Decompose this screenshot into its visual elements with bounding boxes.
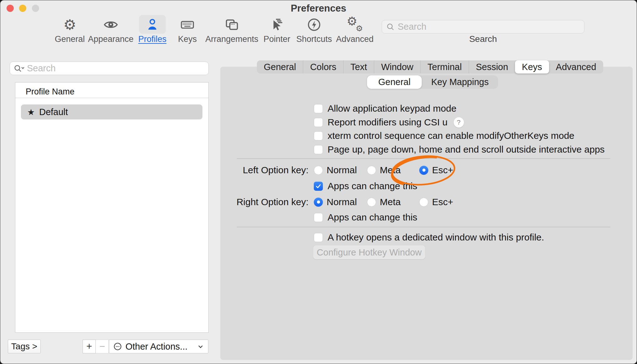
eye-icon [103, 16, 119, 33]
left-apps-change-checkbox[interactable] [314, 182, 323, 191]
tab-colors[interactable]: Colors [303, 60, 343, 73]
left-meta-radio[interactable] [367, 166, 376, 175]
tab-terminal[interactable]: Terminal [420, 60, 469, 73]
checkbox-row-keypad: Allow application keypad mode [314, 103, 456, 114]
configure-hotkey-window-button[interactable]: Configure Hotkey Window [313, 245, 425, 259]
subtab-general[interactable]: General [367, 75, 422, 89]
tags-button[interactable]: Tags > [8, 340, 41, 353]
tab-session[interactable]: Session [469, 60, 515, 73]
remove-profile-button[interactable]: − [96, 340, 109, 353]
profile-row-default[interactable]: ★ Default [21, 104, 202, 119]
modifyotherkeys-checkbox[interactable] [314, 131, 323, 140]
csi-u-checkbox[interactable] [314, 118, 323, 127]
search-menu-icon[interactable] [13, 63, 25, 73]
hotkey-checkbox[interactable] [314, 233, 323, 242]
right-meta-radio[interactable] [367, 198, 376, 207]
toolbar-item-arrangements[interactable]: Arrangements [205, 16, 258, 44]
right-normal-radio[interactable] [314, 198, 323, 207]
toolbar-search-input[interactable] [398, 22, 580, 32]
right-option-esc[interactable]: Esc+ [419, 197, 453, 207]
tab-advanced[interactable]: Advanced [549, 60, 603, 73]
toolbar-item-general[interactable]: ⚙ General [55, 16, 85, 44]
tab-window[interactable]: Window [374, 60, 420, 73]
divider [237, 227, 610, 227]
right-apps-change-row: Apps can change this [314, 212, 417, 223]
person-icon [144, 16, 161, 33]
divider [237, 158, 610, 159]
right-esc-radio[interactable] [419, 198, 428, 207]
tab-text[interactable]: Text [343, 60, 374, 73]
hotkey-row: A hotkey opens a dedicated window with t… [314, 232, 544, 243]
toolbar-item-advanced[interactable]: ⚙ ⚙ Advanced [336, 16, 374, 44]
left-option-esc[interactable]: Esc+ [419, 165, 453, 175]
lightning-icon [306, 16, 322, 33]
toolbar-item-pointer[interactable]: Pointer [263, 16, 290, 44]
profile-search-input[interactable] [27, 63, 205, 73]
chevron-down-icon [197, 343, 204, 350]
toolbar-item-keys[interactable]: Keys [178, 16, 197, 44]
other-actions-dropdown[interactable]: Other Actions... [109, 340, 208, 353]
circle-ellipsis-icon [113, 342, 122, 351]
other-actions-label: Other Actions... [125, 341, 194, 352]
left-apps-change-row: Apps can change this [314, 181, 417, 191]
windows-icon [224, 16, 240, 33]
left-option-key-label: Left Option key: [219, 165, 308, 175]
toolbar-item-profiles[interactable]: Profiles [138, 16, 166, 44]
tab-keys[interactable]: Keys [515, 60, 549, 73]
toolbar-item-appearance[interactable]: Appearance [88, 16, 134, 44]
right-option-meta[interactable]: Meta [367, 197, 414, 207]
right-option-normal[interactable]: Normal [314, 197, 362, 207]
gear-icon: ⚙ [62, 16, 78, 33]
help-button[interactable]: ? [454, 117, 464, 128]
profile-list-header: Profile Name [26, 87, 74, 97]
right-option-key-row: Right Option key: Normal Meta Esc+ [219, 197, 453, 207]
toolbar-item-shortcuts[interactable]: Shortcuts [296, 16, 332, 44]
toolbar-search-field[interactable] [382, 20, 584, 33]
page-scroll-checkbox[interactable] [314, 145, 323, 154]
subtab-key-mappings[interactable]: Key Mappings [422, 75, 498, 89]
left-option-meta[interactable]: Meta [367, 165, 414, 175]
profile-tab-bar: General Colors Text Window Terminal Sess… [257, 60, 603, 73]
keyboard-icon [179, 16, 196, 33]
keypad-checkbox[interactable] [314, 104, 323, 113]
toolbar-search-caption: Search [382, 34, 584, 44]
tab-general[interactable]: General [257, 60, 303, 73]
profile-name: Default [39, 107, 68, 117]
star-icon: ★ [27, 107, 35, 117]
preferences-window: Preferences ⚙ General Appearance Profile… [0, 0, 637, 364]
list-header-divider [15, 98, 208, 98]
search-icon [386, 22, 395, 32]
left-option-key-row: Left Option key: Normal Meta Esc+ [219, 165, 453, 175]
cursor-icon [269, 16, 285, 33]
left-normal-radio[interactable] [314, 166, 323, 175]
checkbox-row-modifyotherkeys: xterm control sequence can enable modify… [314, 130, 574, 141]
profile-list: Profile Name ★ Default [15, 82, 209, 333]
gears-icon: ⚙ ⚙ [347, 16, 363, 33]
checkbox-row-page-scroll: Page up, page down, home and end scroll … [314, 144, 605, 155]
right-option-key-label: Right Option key: [219, 197, 308, 207]
keys-subtab-bar: General Key Mappings [367, 75, 498, 89]
add-profile-button[interactable]: + [83, 340, 96, 353]
profile-search-field[interactable] [10, 62, 209, 75]
checkbox-row-csi-u: Report modifiers using CSI u ? [314, 117, 464, 128]
left-esc-radio[interactable] [419, 166, 428, 175]
right-apps-change-checkbox[interactable] [314, 213, 323, 222]
window-title: Preferences [0, 3, 637, 14]
add-remove-group: + − [83, 340, 109, 353]
left-option-normal[interactable]: Normal [314, 165, 362, 175]
